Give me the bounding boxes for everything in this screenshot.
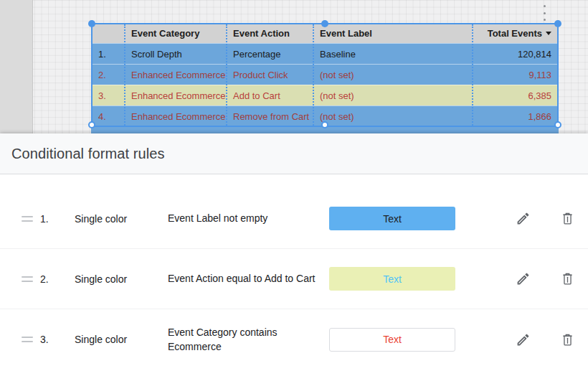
event-category-cell: Enhanced Ecommerce [124, 70, 226, 80]
trash-icon [560, 332, 575, 347]
edit-rule-button[interactable] [510, 266, 536, 292]
event-label-cell: (not set) [313, 70, 472, 80]
event-action-cell: Product Click [226, 70, 313, 80]
kebab-menu-icon[interactable] [540, 5, 549, 21]
row-number-cell: 4. [91, 111, 124, 122]
rule-number: 1. [40, 213, 57, 225]
resize-handle-top-left[interactable] [88, 20, 95, 27]
column-header-event-label[interactable]: Event Label [313, 28, 472, 39]
resize-handle-top-right[interactable] [554, 20, 561, 27]
drag-handle-icon[interactable] [22, 216, 33, 222]
event-action-cell: Add to Cart [226, 90, 313, 101]
column-header-event-category[interactable]: Event Category [124, 28, 226, 39]
event-label-cell: (not set) [313, 111, 472, 122]
total-events-cell: 9,113 [472, 70, 559, 80]
panel-title: Conditional format rules [11, 146, 165, 162]
event-action-cell: Percentage [226, 49, 313, 60]
event-label-cell: Baseline [313, 49, 472, 60]
total-events-cell: 120,814 [472, 49, 559, 60]
canvas-left-margin [0, 0, 33, 133]
resize-handle-bottom-left[interactable] [88, 121, 95, 128]
format-preview-swatch[interactable]: Text [329, 328, 455, 352]
rule-condition: Event Label not empty [168, 211, 329, 225]
delete-rule-button[interactable] [554, 266, 580, 292]
column-header-total-events[interactable]: Total Events [472, 28, 559, 39]
rule-type: Single color [75, 213, 158, 225]
conditional-format-panel: Conditional format rules 1. Single color… [0, 133, 588, 376]
table-row: 1. Scroll Depth Percentage Baseline 120,… [91, 43, 559, 64]
rule-number: 2. [40, 273, 57, 285]
rule-condition: Event Action equal to Add to Cart [168, 271, 329, 286]
event-category-cell: Scroll Depth [124, 49, 226, 60]
format-rule-row: 1. Single color Event Label not empty Te… [0, 189, 588, 249]
edit-rule-button[interactable] [510, 326, 536, 352]
rule-type: Single color [75, 334, 158, 345]
pencil-icon [516, 271, 531, 286]
format-preview-swatch[interactable]: Text [329, 207, 455, 230]
drag-handle-icon[interactable] [22, 276, 33, 282]
pencil-icon [516, 332, 531, 347]
sort-desc-icon [546, 32, 551, 35]
table-row: 3. Enhanced Ecommerce Add to Cart (not s… [91, 85, 559, 105]
trash-icon [560, 211, 575, 226]
column-header-event-action[interactable]: Event Action [226, 28, 313, 39]
events-table[interactable]: Event Category Event Action Event Label … [91, 24, 559, 133]
total-events-cell: 1,866 [472, 111, 559, 122]
event-category-cell: Enhanced Ecommerce [124, 111, 226, 122]
rules-list: 1. Single color Event Label not empty Te… [0, 174, 588, 370]
format-rule-row: 2. Single color Event Action equal to Ad… [0, 249, 588, 309]
event-label-cell: (not set) [313, 90, 472, 101]
report-canvas[interactable]: Event Category Event Action Event Label … [0, 0, 588, 133]
row-number-cell: 2. [91, 70, 124, 80]
event-category-cell: Enhanced Ecommerce [124, 90, 226, 101]
panel-header: Conditional format rules [0, 133, 588, 174]
row-number-cell: 1. [91, 49, 124, 60]
table-body: 1. Scroll Depth Percentage Baseline 120,… [91, 43, 559, 133]
delete-rule-button[interactable] [554, 206, 580, 232]
pencil-icon [516, 211, 531, 226]
resize-handle-bottom-right[interactable] [554, 121, 561, 128]
event-action-cell: Remove from Cart [226, 111, 313, 122]
resize-handle-top-middle[interactable] [321, 20, 328, 27]
rule-condition: Event Category contains Ecommerce [168, 325, 329, 354]
edit-rule-button[interactable] [510, 206, 536, 232]
format-preview-swatch[interactable]: Text [329, 267, 455, 291]
format-rule-row: 3. Single color Event Category contains … [0, 309, 588, 370]
data-studio-editor: Event Category Event Action Event Label … [0, 0, 588, 376]
delete-rule-button[interactable] [554, 326, 580, 352]
total-events-label: Total Events [488, 28, 542, 39]
rule-type: Single color [75, 273, 158, 285]
drag-handle-icon[interactable] [22, 337, 33, 342]
total-events-cell: 6,385 [472, 90, 559, 101]
row-number-cell: 3. [91, 90, 124, 101]
trash-icon [560, 271, 575, 286]
resize-handle-bottom-middle[interactable] [321, 121, 328, 128]
table-row: 2. Enhanced Ecommerce Product Click (not… [91, 64, 559, 85]
rule-number: 3. [40, 334, 57, 345]
